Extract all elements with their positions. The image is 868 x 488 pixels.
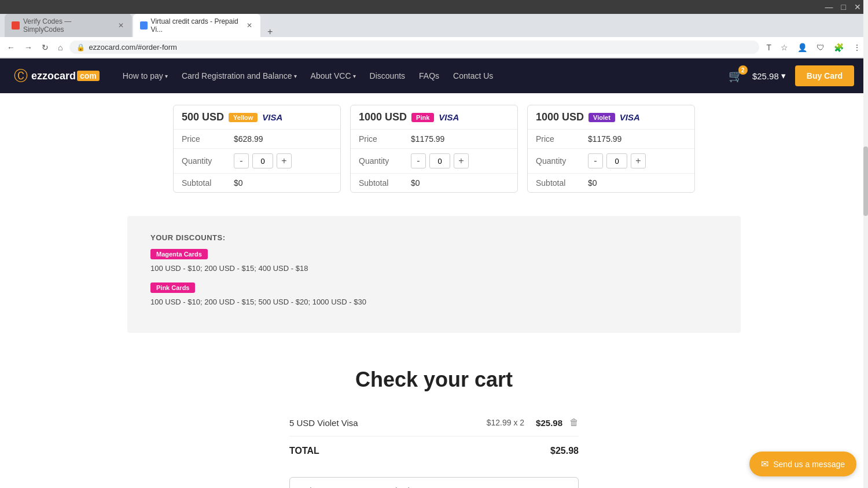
card3-qty-input[interactable]	[606, 153, 627, 168]
card2-visa-logo: VISA	[439, 112, 459, 122]
new-tab-button[interactable]: +	[264, 27, 276, 37]
nav-faqs[interactable]: FAQs	[419, 71, 439, 80]
pink-discount-text: 100 USD - $10; 200 USD - $15; 500 USD - …	[150, 296, 718, 308]
tab1-label: Verify Codes — SimplyCodes	[23, 17, 113, 34]
address-input[interactable]	[89, 43, 752, 52]
payment-method-select[interactable]: Select your payment method	[289, 477, 579, 488]
tab2-favicon	[140, 21, 148, 30]
shield-icon[interactable]: 🛡	[814, 42, 827, 53]
card3-quantity-row: Quantity - +	[528, 148, 694, 173]
card1-subtotal-row: Subtotal $0	[174, 173, 340, 192]
chat-icon: ✉	[761, 458, 768, 469]
tab2-close[interactable]: ✕	[245, 21, 253, 30]
card1-qty-input[interactable]	[252, 153, 273, 168]
extensions-icon[interactable]: 🧩	[832, 42, 846, 53]
address-bar[interactable]: 🔒	[69, 41, 759, 54]
card2-qty-minus[interactable]: -	[411, 153, 426, 168]
card3-subtotal: $0	[588, 178, 597, 188]
total-amount: $25.98	[550, 446, 579, 456]
header-right: 🛒 2 $25.98 ▾ Buy Card	[729, 65, 854, 86]
cart-button[interactable]: 🛒 2	[729, 69, 743, 83]
nav-about-vcc[interactable]: About VCC ▾	[311, 71, 356, 80]
card2-qty-plus[interactable]: +	[454, 153, 469, 168]
pink-badge: Pink Cards	[150, 282, 195, 293]
back-button[interactable]: ←	[5, 42, 17, 53]
scrollbar[interactable]	[863, 0, 868, 488]
card1-qty-plus[interactable]: +	[277, 153, 292, 168]
nav-how-to-pay[interactable]: How to pay ▾	[123, 71, 168, 80]
card2-price-row: Price $1175.99	[351, 129, 517, 148]
nav-card-registration[interactable]: Card Registration and Balance ▾	[182, 71, 297, 80]
card3-qty-plus[interactable]: +	[631, 153, 646, 168]
app-header: Ⓒ ezzocard com How to pay ▾ Card Registr…	[0, 58, 868, 93]
discount-group-pink: Pink Cards 100 USD - $10; 200 USD - $15;…	[150, 282, 718, 308]
card1-price: $628.99	[234, 134, 263, 144]
card3-subtotal-row: Subtotal $0	[528, 173, 694, 192]
card3-qty-minus[interactable]: -	[588, 153, 603, 168]
live-chat-label: Send us a message	[773, 460, 845, 469]
nav-contact-us[interactable]: Contact Us	[453, 71, 493, 80]
product-card-3: 1000 USD Violet VISA Price $1175.99 Quan…	[527, 105, 695, 193]
logo-text[interactable]: ezzocard	[31, 70, 76, 82]
more-icon[interactable]: ⋮	[851, 42, 863, 53]
price-label-2: Price	[359, 134, 411, 144]
maximize-button[interactable]: □	[839, 2, 848, 12]
nav-discounts[interactable]: Discounts	[370, 71, 405, 80]
total-row: TOTAL $25.98	[289, 436, 579, 465]
window-controls[interactable]: — □ ✕	[823, 2, 863, 12]
cart-item-name: 5 USD Violet Visa	[289, 418, 475, 428]
price-display[interactable]: $25.98 ▾	[752, 71, 786, 81]
product-cards-section: 500 USD Yellow VISA Price $628.99 Quanti…	[127, 93, 741, 204]
cart-item-price-detail: $12.99 x 2	[487, 418, 524, 427]
tab1-close[interactable]: ✕	[117, 21, 125, 30]
card2-price: $1175.99	[411, 134, 444, 144]
browser-chrome: — □ ✕ Verify Codes — SimplyCodes ✕ Virtu…	[0, 0, 868, 58]
chevron-down-icon: ▾	[165, 73, 168, 79]
cart-table: 5 USD Violet Visa $12.99 x 2 $25.98 🗑 TO…	[289, 409, 579, 488]
chevron-down-icon: ▾	[781, 71, 786, 81]
star-icon[interactable]: ☆	[778, 42, 790, 53]
payment-select-container: Select your payment method	[289, 477, 579, 488]
minimize-button[interactable]: —	[823, 2, 836, 12]
product-card-1: 500 USD Yellow VISA Price $628.99 Quanti…	[173, 105, 341, 193]
quantity-label-2: Quantity	[359, 156, 411, 166]
browser-addressbar: ← → ↻ ⌂ 🔒 T ☆ 👤 🛡 🧩 ⋮	[0, 37, 868, 58]
cart-section: Check your cart 5 USD Violet Visa $12.99…	[127, 344, 741, 488]
buy-card-button[interactable]: Buy Card	[795, 65, 854, 86]
product-card-2: 1000 USD Pink VISA Price $1175.99 Quanti…	[350, 105, 518, 193]
magenta-discount-text: 100 USD - $10; 200 USD - $15; 400 USD - …	[150, 263, 718, 274]
payment-select-wrapper[interactable]: Select your payment method	[289, 477, 579, 488]
price-label: Price	[182, 134, 234, 144]
card1-visa-logo: VISA	[262, 112, 282, 122]
browser-tab-1[interactable]: Verify Codes — SimplyCodes ✕	[5, 14, 132, 37]
cart-item-row: 5 USD Violet Visa $12.99 x 2 $25.98 🗑	[289, 409, 579, 436]
tab2-label: Virtual credit cards - Prepaid Vi...	[151, 17, 242, 34]
browser-tabbar: Verify Codes — SimplyCodes ✕ Virtual cre…	[0, 14, 868, 37]
subtotal-label-3: Subtotal	[536, 178, 588, 188]
card1-qty-minus[interactable]: -	[234, 153, 249, 168]
chevron-down-icon: ▾	[294, 73, 297, 79]
card1-quantity-row: Quantity - +	[174, 148, 340, 173]
main-nav: How to pay ▾ Card Registration and Balan…	[123, 71, 729, 80]
card3-amount: 1000 USD	[536, 111, 584, 123]
cart-item-total: $25.98	[536, 418, 562, 428]
close-window-button[interactable]: ✕	[852, 2, 863, 12]
main-content: 500 USD Yellow VISA Price $628.99 Quanti…	[116, 93, 752, 488]
scrollbar-thumb[interactable]	[863, 146, 868, 216]
home-button[interactable]: ⌂	[56, 42, 65, 53]
refresh-button[interactable]: ↻	[39, 42, 51, 53]
card2-subtotal: $0	[411, 178, 420, 188]
live-chat-button[interactable]: ✉ Send us a message	[749, 452, 856, 476]
cart-item-delete-button[interactable]: 🗑	[569, 417, 579, 428]
browser-tab-2[interactable]: Virtual credit cards - Prepaid Vi... ✕	[133, 14, 260, 37]
profile-icon[interactable]: 👤	[795, 42, 810, 53]
discounts-section: YOUR DISCOUNTS: Magenta Cards 100 USD - …	[127, 216, 741, 333]
forward-button[interactable]: →	[22, 42, 35, 53]
card2-qty-input[interactable]	[429, 153, 450, 168]
translate-icon[interactable]: T	[764, 42, 774, 53]
card1-qty-controls: - +	[234, 153, 292, 168]
tab1-favicon	[12, 21, 20, 30]
subtotal-label: Subtotal	[182, 178, 234, 188]
card1-header: 500 USD Yellow VISA	[174, 105, 340, 129]
card3-badge: Violet	[589, 113, 615, 122]
